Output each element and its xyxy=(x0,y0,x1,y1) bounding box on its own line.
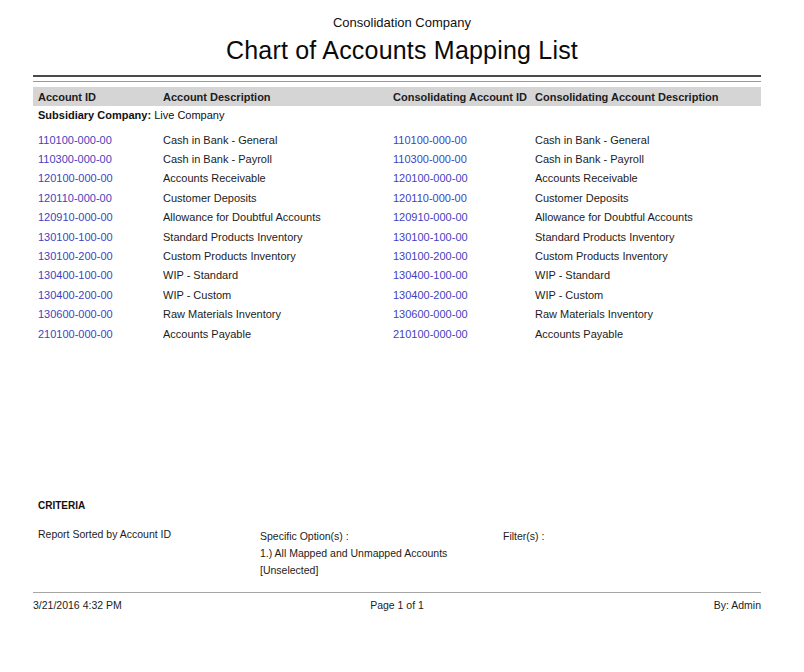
table-row: 110300-000-00Cash in Bank - Payroll11030… xyxy=(33,149,761,168)
table-row: 130400-100-00WIP - Standard130400-100-00… xyxy=(33,266,761,285)
consolidating-account-id-link[interactable]: 130100-200-00 xyxy=(393,250,535,262)
account-description: Customer Deposits xyxy=(163,192,393,204)
consolidating-account-id-link[interactable]: 120110-000-00 xyxy=(393,192,535,204)
consolidating-account-description: Accounts Payable xyxy=(535,328,761,340)
criteria-filters: Filter(s) : xyxy=(503,528,756,579)
table-body: 110100-000-00Cash in Bank - General11010… xyxy=(33,130,761,343)
account-id-link[interactable]: 120100-000-00 xyxy=(38,172,163,184)
table-row: 110100-000-00Cash in Bank - General11010… xyxy=(33,130,761,149)
consolidating-account-id-link[interactable]: 130100-100-00 xyxy=(393,231,535,243)
criteria-heading: CRITERIA xyxy=(38,500,85,511)
criteria-sorted-by: Report Sorted by Account ID xyxy=(38,528,260,579)
account-description: Cash in Bank - General xyxy=(163,134,393,146)
consolidating-account-description: WIP - Standard xyxy=(535,269,761,281)
table-row: 120910-000-00Allowance for Doubtful Acco… xyxy=(33,208,761,227)
consolidating-account-description: Allowance for Doubtful Accounts xyxy=(535,211,761,223)
consolidating-account-id-link[interactable]: 130400-200-00 xyxy=(393,289,535,301)
account-id-link[interactable]: 130100-200-00 xyxy=(38,250,163,262)
account-id-link[interactable]: 130600-000-00 xyxy=(38,308,163,320)
account-id-link[interactable]: 130100-100-00 xyxy=(38,231,163,243)
page-number: Page 1 of 1 xyxy=(33,599,761,611)
column-header-account-id: Account ID xyxy=(38,91,163,103)
account-description: Standard Products Inventory xyxy=(163,231,393,243)
consolidating-account-description: Accounts Receivable xyxy=(535,172,761,184)
footer-divider xyxy=(33,592,761,593)
consolidating-account-id-link[interactable]: 110100-000-00 xyxy=(393,134,535,146)
page-title: Chart of Accounts Mapping List xyxy=(0,36,804,65)
consolidating-account-description: Cash in Bank - Payroll xyxy=(535,153,761,165)
subsidiary-company-name: Live Company xyxy=(154,109,224,121)
subsidiary-company-group-header: Subsidiary Company: Live Company xyxy=(38,109,224,121)
account-id-link[interactable]: 130400-100-00 xyxy=(38,269,163,281)
criteria-specific-options: Specific Option(s) : 1.) All Mapped and … xyxy=(260,528,503,579)
table-row: 210100-000-00Accounts Payable210100-000-… xyxy=(33,324,761,343)
consolidating-account-id-link[interactable]: 120100-000-00 xyxy=(393,172,535,184)
company-name: Consolidation Company xyxy=(0,15,804,30)
consolidating-account-id-link[interactable]: 130600-000-00 xyxy=(393,308,535,320)
subsidiary-company-label: Subsidiary Company: xyxy=(38,109,151,121)
header-divider-thick xyxy=(33,75,761,77)
account-description: WIP - Standard xyxy=(163,269,393,281)
consolidating-account-description: Raw Materials Inventory xyxy=(535,308,761,320)
table-row: 130100-200-00Custom Products Inventory13… xyxy=(33,246,761,265)
consolidating-account-description: Standard Products Inventory xyxy=(535,231,761,243)
account-description: WIP - Custom xyxy=(163,289,393,301)
account-id-link[interactable]: 210100-000-00 xyxy=(38,328,163,340)
table-row: 130600-000-00Raw Materials Inventory1306… xyxy=(33,305,761,324)
column-header-consolidating-account-description: Consolidating Account Description xyxy=(535,91,761,103)
column-header-account-description: Account Description xyxy=(163,91,393,103)
account-id-link[interactable]: 120910-000-00 xyxy=(38,211,163,223)
consolidating-account-id-link[interactable]: 130400-100-00 xyxy=(393,269,535,281)
footer: Page 1 of 1 3/21/2016 4:32 PM By: Admin xyxy=(33,599,761,611)
account-description: Accounts Payable xyxy=(163,328,393,340)
table-header-row: Account ID Account Description Consolida… xyxy=(33,87,761,106)
consolidating-account-description: Cash in Bank - General xyxy=(535,134,761,146)
criteria-section: Report Sorted by Account ID Specific Opt… xyxy=(33,528,761,579)
account-description: Raw Materials Inventory xyxy=(163,308,393,320)
report-author: By: Admin xyxy=(714,599,761,611)
account-id-link[interactable]: 110100-000-00 xyxy=(38,134,163,146)
account-description: Cash in Bank - Payroll xyxy=(163,153,393,165)
consolidating-account-id-link[interactable]: 210100-000-00 xyxy=(393,328,535,340)
header-divider-thin xyxy=(33,81,761,82)
consolidating-account-description: Custom Products Inventory xyxy=(535,250,761,262)
table-row: 120100-000-00Accounts Receivable120100-0… xyxy=(33,169,761,188)
column-header-consolidating-account-id: Consolidating Account ID xyxy=(393,91,535,103)
consolidating-account-id-link[interactable]: 120910-000-00 xyxy=(393,211,535,223)
account-description: Allowance for Doubtful Accounts xyxy=(163,211,393,223)
account-id-link[interactable]: 130400-200-00 xyxy=(38,289,163,301)
consolidating-account-description: Customer Deposits xyxy=(535,192,761,204)
account-description: Accounts Receivable xyxy=(163,172,393,184)
specific-options-label: Specific Option(s) : xyxy=(260,528,503,545)
consolidating-account-id-link[interactable]: 110300-000-00 xyxy=(393,153,535,165)
account-id-link[interactable]: 110300-000-00 xyxy=(38,153,163,165)
report-datetime: 3/21/2016 4:32 PM xyxy=(33,599,122,611)
consolidating-account-description: WIP - Custom xyxy=(535,289,761,301)
table-row: 130400-200-00WIP - Custom130400-200-00WI… xyxy=(33,285,761,304)
table-row: 120110-000-00Customer Deposits120110-000… xyxy=(33,188,761,207)
table-row: 130100-100-00Standard Products Inventory… xyxy=(33,227,761,246)
account-id-link[interactable]: 120110-000-00 xyxy=(38,192,163,204)
specific-option-1: 1.) All Mapped and Unmapped Accounts xyxy=(260,545,503,562)
filters-label: Filter(s) : xyxy=(503,528,756,545)
account-description: Custom Products Inventory xyxy=(163,250,393,262)
specific-option-2: [Unselected] xyxy=(260,562,503,579)
